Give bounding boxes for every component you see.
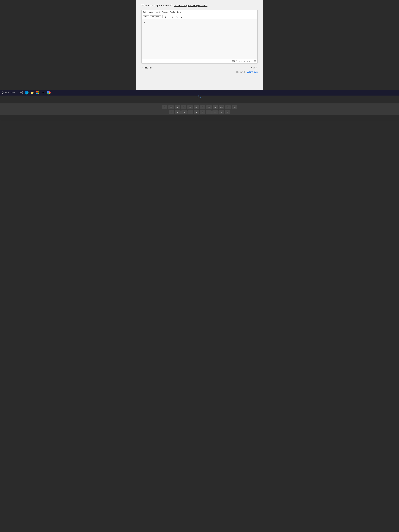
key-f1[interactable]: F1: [162, 105, 167, 109]
svg-rect-4: [36, 91, 38, 93]
superscript-group[interactable]: T² ▾: [186, 15, 190, 18]
code-view-button[interactable]: </>: [247, 60, 250, 62]
key-b[interactable]: B: [212, 110, 218, 114]
key-ampersand[interactable]: &: [194, 110, 199, 114]
toolbar-divider-1: [162, 15, 163, 18]
svg-rect-0: [20, 91, 21, 93]
font-size-chevron: ▾: [148, 16, 148, 18]
editor-cursor-char: p: [144, 21, 145, 24]
key-9[interactable]: 9: [219, 110, 224, 114]
main-key-row: # $ % * & ? * B 9 7: [1, 110, 398, 114]
highlight-button[interactable]: 🖊: [180, 15, 184, 18]
key-dollar[interactable]: $: [175, 110, 181, 114]
key-question[interactable]: ?: [200, 110, 205, 114]
menu-edit[interactable]: Edit: [143, 11, 146, 13]
svg-rect-5: [38, 91, 39, 93]
expand-button[interactable]: ↗: [251, 60, 253, 62]
svg-rect-2: [20, 93, 21, 94]
font-size-selector[interactable]: 12pt ▾: [143, 15, 149, 18]
taskbar-search-area[interactable]: ○ e to search: [2, 91, 15, 94]
superscript-button[interactable]: T²: [186, 15, 189, 18]
menu-view[interactable]: View: [149, 11, 153, 13]
font-color-group[interactable]: A ▾: [175, 15, 179, 18]
key-f10[interactable]: F10: [219, 105, 224, 109]
taskbar: ○ e to search 📁 ✉ hp: [0, 90, 399, 95]
key-hash[interactable]: #: [169, 110, 174, 114]
key-f4[interactable]: F4: [181, 105, 186, 109]
windows-store-icon[interactable]: [36, 91, 40, 95]
font-color-button[interactable]: A: [175, 15, 178, 18]
highlight-chevron: ▾: [184, 16, 185, 18]
underline-button[interactable]: U: [171, 15, 174, 18]
bottom-row: Not saved Submit Quiz: [141, 70, 258, 74]
not-saved-status: Not saved: [236, 71, 245, 73]
mail-icon[interactable]: ✉: [41, 91, 45, 95]
keyboard-area: F1 F2 F3 F4 F5 F6 F7 F8 F9 F10 F11 F12 #…: [0, 103, 399, 115]
key-f2[interactable]: F2: [168, 105, 174, 109]
laptop-bottom-bezel: [0, 115, 399, 120]
question-underlined-term: Src homology-2 (SH2) domain?: [174, 4, 207, 7]
toolbar: 12pt ▾ Paragraph ▾ B I U A ▾ 🖊 ▾ T² ▾: [142, 14, 257, 19]
italic-button[interactable]: I: [168, 15, 170, 18]
key-asterisk1[interactable]: *: [188, 110, 193, 114]
menu-insert[interactable]: Insert: [155, 11, 160, 13]
bold-button[interactable]: B: [164, 15, 167, 18]
laptop-screen: What is the major function of a Src homo…: [136, 0, 263, 90]
svg-rect-3: [21, 93, 22, 94]
svg-rect-1: [21, 91, 22, 93]
key-f6[interactable]: F6: [194, 105, 199, 109]
key-percent[interactable]: %: [181, 110, 187, 114]
search-circle-icon[interactable]: ○: [2, 91, 6, 94]
menu-bar: Edit View Insert Format Tools Table: [142, 10, 257, 14]
font-color-chevron: ▾: [179, 16, 179, 18]
key-f8[interactable]: F8: [206, 105, 212, 109]
key-f7[interactable]: F7: [200, 105, 205, 109]
editor-container: Edit View Insert Format Tools Table 12pt…: [141, 10, 258, 63]
key-f12[interactable]: F12: [232, 105, 237, 109]
hp-logo: hp: [196, 93, 203, 100]
task-view-icon[interactable]: [19, 91, 23, 95]
more-options-button[interactable]: ⋮: [193, 15, 197, 18]
svg-rect-6: [36, 93, 38, 94]
edge-browser-icon[interactable]: [25, 91, 29, 95]
key-asterisk2[interactable]: *: [206, 110, 212, 114]
key-f3[interactable]: F3: [175, 105, 180, 109]
superscript-chevron: ▾: [190, 16, 190, 18]
key-f5[interactable]: F5: [187, 105, 193, 109]
more-editor-options-button[interactable]: ⠿: [254, 60, 256, 63]
submit-quiz-button[interactable]: Submit Quiz: [247, 71, 258, 73]
next-button[interactable]: Next ►: [251, 67, 258, 69]
editor-body[interactable]: p: [142, 19, 257, 59]
chrome-icon[interactable]: [47, 91, 51, 95]
previous-button[interactable]: ◄ Previous: [141, 67, 152, 69]
menu-format[interactable]: Format: [162, 11, 168, 13]
editor-footer: ⌨ ⓘ 0 words </> ↗ ⠿: [142, 59, 257, 63]
question-title: What is the major function of a Src homo…: [141, 4, 258, 7]
accessibility-icon[interactable]: ⓘ: [236, 60, 238, 63]
word-count-display: 0 words: [240, 60, 246, 62]
menu-table[interactable]: Table: [177, 11, 181, 13]
keyboard-icon[interactable]: ⌨: [232, 60, 235, 63]
folder-icon[interactable]: 📁: [30, 91, 34, 95]
taskbar-icons-area: 📁 ✉: [19, 91, 51, 95]
fn-key-row: F1 F2 F3 F4 F5 F6 F7 F8 F9 F10 F11 F12: [1, 105, 398, 109]
svg-rect-7: [38, 93, 39, 94]
key-7[interactable]: 7: [225, 110, 230, 114]
paragraph-chevron: ▾: [159, 16, 160, 18]
menu-tools[interactable]: Tools: [170, 11, 175, 13]
paragraph-style-selector[interactable]: Paragraph ▾: [150, 15, 161, 18]
highlight-group[interactable]: 🖊 ▾: [180, 15, 185, 18]
search-label: e to search: [6, 92, 15, 94]
navigation-row: ◄ Previous Next ►: [141, 66, 258, 70]
key-f11[interactable]: F11: [225, 105, 231, 109]
key-f9[interactable]: F9: [213, 105, 218, 109]
